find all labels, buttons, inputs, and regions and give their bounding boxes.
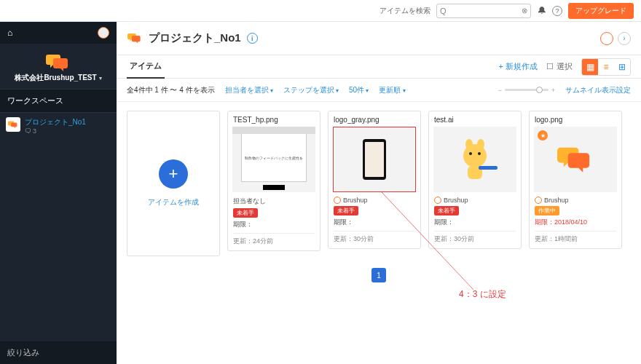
upgrade-button[interactable]: アップグレード	[568, 3, 634, 19]
page-button[interactable]: 1	[371, 268, 386, 282]
next-icon[interactable]: ›	[618, 32, 631, 45]
project-thumb-icon	[6, 117, 20, 132]
item-filename: logo_gray.png	[329, 111, 420, 127]
item-assignee: 担当者なし	[233, 197, 315, 206]
add-icon: +	[159, 159, 188, 189]
item-updated: 更新：1時間前	[535, 231, 616, 244]
item-assignee: Brushup	[535, 197, 616, 204]
view-list-icon[interactable]: ≡	[598, 59, 614, 75]
status-badge: 未着手	[334, 206, 358, 215]
info-icon[interactable]: i	[247, 33, 258, 44]
item-due: 期限：	[434, 218, 516, 227]
help-icon[interactable]: ?	[552, 6, 562, 16]
project-icon	[127, 31, 143, 47]
filter-button[interactable]: 絞り込み	[0, 341, 117, 364]
status-badge: 未着手	[233, 208, 258, 218]
minus-icon: −	[498, 87, 501, 94]
assignee-avatar-icon	[334, 197, 341, 204]
view-calendar-icon[interactable]: ⊞	[614, 59, 630, 75]
notification-icon[interactable]: 🔔︎	[537, 5, 546, 16]
item-filename: logo.png	[530, 111, 621, 127]
item-preview: ★	[534, 127, 617, 192]
status-badge: 未着手	[434, 206, 459, 215]
svg-point-1	[469, 152, 472, 155]
item-filename: TEST_hp.png	[228, 111, 320, 127]
pagesize-filter[interactable]: 50件	[349, 85, 369, 95]
thumbnail-settings-link[interactable]: サムネイル表示設定	[565, 85, 631, 95]
item-preview: 制作物のフィードバックに生産性を	[232, 127, 315, 192]
checkbox-icon: ☐	[546, 62, 554, 71]
select-mode-toggle[interactable]: ☐選択	[546, 61, 573, 72]
user-avatar[interactable]	[98, 27, 109, 39]
search-input-wrapper[interactable]: Q ⊗	[436, 4, 531, 18]
item-updated: 更新：30分前	[434, 231, 516, 244]
svg-point-3	[465, 139, 473, 149]
item-assignee: Brushup	[434, 197, 516, 204]
sort-filter[interactable]: 更新順	[379, 85, 405, 95]
org-logo-icon	[46, 52, 71, 73]
item-card[interactable]: test.ai Brushup 未着手 期限： 更新：30分前	[428, 111, 522, 249]
step-filter[interactable]: ステップを選択	[283, 85, 339, 95]
org-name: 株式会社Brushup_TEST	[15, 74, 96, 82]
assignee-filter[interactable]: 担当者を選択	[225, 85, 273, 95]
new-item-button[interactable]: + 新規作成	[499, 61, 538, 72]
search-label: アイテムを検索	[380, 6, 430, 16]
home-icon[interactable]: ⌂	[7, 28, 12, 38]
search-input[interactable]	[449, 7, 519, 15]
svg-point-2	[478, 152, 481, 155]
assignee-avatar-icon	[535, 197, 542, 204]
item-preview	[333, 127, 416, 192]
item-card[interactable]: TEST_hp.png 制作物のフィードバックに生産性を 担当者なし 未着手 期…	[227, 111, 320, 251]
org-switcher[interactable]: 株式会社Brushup_TEST▾	[0, 44, 117, 89]
item-due: 期限：	[334, 218, 415, 227]
item-updated: 更新：30分前	[334, 231, 415, 244]
sidebar: ⌂ 株式会社Brushup_TEST▾ ワークスペース プロジェクト_No1 🗨…	[0, 22, 117, 364]
view-toggle: ▦ ≡ ⊞	[581, 58, 631, 76]
item-filename: test.ai	[429, 111, 521, 127]
chevron-down-icon: ▾	[99, 75, 102, 82]
clear-search-icon[interactable]: ⊗	[522, 7, 527, 15]
plus-icon: +	[551, 87, 555, 94]
tab-items[interactable]: アイテム	[127, 55, 165, 79]
item-card[interactable]: logo.png ★ Brushup 作業中 期限：2018/04/10 更新：…	[529, 111, 622, 249]
item-due: 期限：2018/04/10	[535, 218, 616, 227]
workspace-section-header: ワークスペース	[0, 89, 117, 113]
search-icon: Q	[440, 7, 447, 15]
assignee-avatar-icon	[434, 197, 441, 204]
annotation-text: 4：3 に設定	[459, 288, 506, 301]
item-preview	[433, 127, 516, 192]
view-grid-icon[interactable]: ▦	[582, 59, 598, 75]
thumbnail-size-slider[interactable]: − +	[498, 87, 555, 94]
page-title: プロジェクト_No1	[149, 31, 241, 45]
sidebar-project-item[interactable]: プロジェクト_No1 🗨 3	[0, 113, 117, 139]
pin-icon: ★	[538, 130, 548, 141]
project-name: プロジェクト_No1	[25, 117, 111, 127]
project-item-count: 🗨 3	[25, 127, 111, 135]
create-item-label: アイテムを作成	[148, 197, 199, 207]
item-card[interactable]: logo_gray.png Brushup 未着手 期限： 更新：30分前	[328, 111, 421, 249]
member-avatar[interactable]	[600, 32, 613, 45]
svg-point-4	[477, 139, 484, 149]
result-count: 全4件中 1 件 〜 4 件を表示	[127, 85, 215, 95]
status-badge: 作業中	[535, 206, 559, 215]
item-updated: 更新：24分前	[233, 233, 315, 246]
item-due: 期限：	[233, 220, 315, 229]
item-assignee: Brushup	[334, 197, 415, 204]
create-item-card[interactable]: + アイテムを作成	[127, 111, 220, 256]
svg-rect-6	[479, 166, 498, 170]
